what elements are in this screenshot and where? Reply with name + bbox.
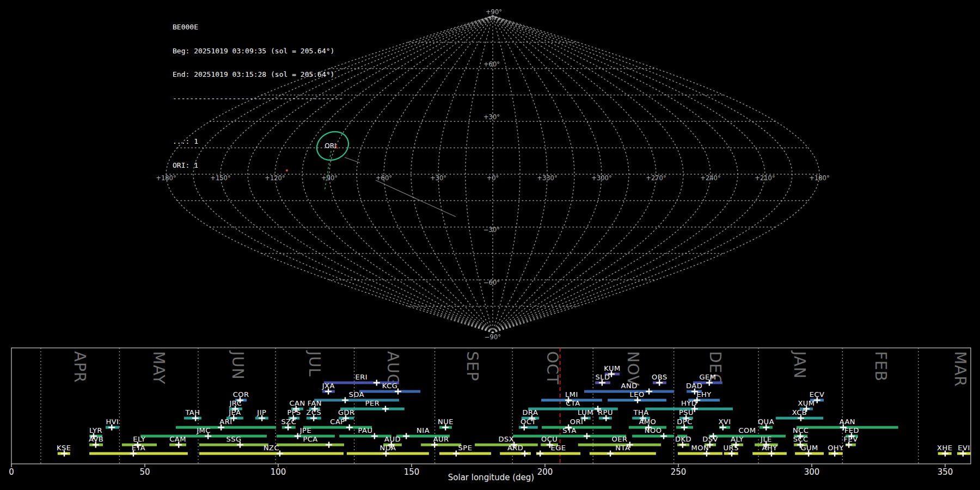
shower-bar-mon <box>678 452 722 455</box>
month-label-sep: SEP <box>463 351 481 381</box>
shower-label-urs: URS <box>724 444 739 452</box>
shower-bar-ari <box>176 426 276 429</box>
latitude-label: +60° <box>483 60 500 68</box>
shower-label-dkd: DKD <box>675 435 691 443</box>
count-ori: ORI: 1 <box>173 162 343 170</box>
longitude-label: +270° <box>646 174 666 182</box>
shower-label-ori: ORI <box>570 418 584 426</box>
latitude-label: +30° <box>483 113 500 121</box>
shower-label-ohy: OHY <box>828 444 843 452</box>
shower-bar-ssg <box>199 444 268 446</box>
latitude-label: −30° <box>483 226 500 234</box>
longitude-label: +0° <box>487 174 499 182</box>
longitude-label: +300° <box>591 174 611 182</box>
sky-and-timeline-plot: +90°−90°+60°+30°−30°−60°+180°+150°+120°+… <box>0 0 980 490</box>
x-axis-title: Solar longitude (deg) <box>448 473 534 482</box>
latitude-label: −60° <box>483 279 500 286</box>
shower-label-nia: NIA <box>416 426 430 434</box>
station-code: BE000E <box>173 23 343 32</box>
month-label-jan: JAN <box>791 350 808 379</box>
shower-bar-aur <box>421 444 461 446</box>
month-label-apr: APR <box>71 351 89 383</box>
shower-label-gem: GEM <box>699 373 716 381</box>
shower-label-tha: THA <box>633 408 649 416</box>
longitude-label: +330° <box>537 174 557 182</box>
x-tick-label: 0 <box>9 467 14 477</box>
info-separator: ---------------------------------------- <box>173 95 343 103</box>
shower-label-dra: DRA <box>523 408 538 416</box>
shower-label-kum: KUM <box>604 364 620 372</box>
shower-label-pps: PPS <box>287 408 301 416</box>
shower-label-nda: NDA <box>379 444 396 452</box>
shower-label-hvi: HVI <box>106 418 119 426</box>
session-info-block: BE000E Beg: 20251019 03:09:35 (sol = 205… <box>173 8 343 185</box>
month-label-jul: JUL <box>305 350 323 377</box>
shower-label-xvi: XVI <box>718 418 731 426</box>
shower-label-eri: ERI <box>356 373 368 381</box>
shower-label-dsx: DSX <box>499 435 514 443</box>
meridian-line <box>493 16 656 333</box>
count-sporadic: ...: 1 <box>173 138 343 146</box>
shower-bar-sta <box>513 435 626 438</box>
x-tick-label: 50 <box>139 467 150 477</box>
x-tick-label: 200 <box>537 467 553 477</box>
shower-bar-ori <box>542 426 611 429</box>
shower-label-per: PER <box>365 399 380 407</box>
shower-bar-com <box>709 435 786 438</box>
shower-label-com: COM <box>738 426 756 434</box>
shower-label-szc: SZC <box>281 418 296 426</box>
shower-label-aud: AUD <box>384 435 401 443</box>
shower-label-gdr: GDR <box>338 408 355 416</box>
month-label-aug: AUG <box>384 351 402 386</box>
shower-label-cta: CTA <box>566 399 580 407</box>
longitude-label: +180° <box>809 174 829 182</box>
shower-bar-nzc <box>199 452 344 455</box>
shower-label-pau: PAU <box>358 426 373 434</box>
shower-label-sld: SLD <box>596 373 610 381</box>
shower-label-pca: PCA <box>303 435 317 443</box>
shower-label-jea: JEA <box>228 408 241 416</box>
shower-label-kcg: KCG <box>382 382 397 390</box>
shower-label-can: CAN <box>289 399 305 407</box>
shower-label-aur: AUR <box>433 435 449 443</box>
x-tick-label: 350 <box>938 467 953 477</box>
longitude-label: +210° <box>755 174 775 182</box>
session-end: End: 20251019 03:15:28 (sol = 205.64°) <box>173 71 343 79</box>
x-tick-label: 250 <box>671 467 687 477</box>
shower-label-cam: CAM <box>169 435 186 443</box>
month-label-feb: FEB <box>872 351 890 382</box>
shower-label-nzc: NZC <box>264 444 279 452</box>
shower-label-sta: STA <box>562 426 577 434</box>
shower-label-lum: LUM <box>578 408 593 416</box>
pole-label-north: +90° <box>486 8 502 16</box>
shower-label-ehy: EHY <box>696 390 711 399</box>
month-label-jun: JUN <box>229 350 247 380</box>
shower-bar-nta <box>590 452 656 455</box>
shower-label-cor: COR <box>233 390 249 399</box>
shower-label-jpe: JPE <box>299 426 311 434</box>
shower-label-tah: TAH <box>185 408 200 416</box>
x-tick-label: 150 <box>404 467 420 477</box>
shower-label-gum: GUM <box>800 444 818 452</box>
month-label-oct: OCT <box>543 351 561 385</box>
shower-bar-pau <box>339 435 391 438</box>
shower-label-nta: NTA <box>615 444 630 452</box>
shower-label-ard: ARD <box>507 444 523 452</box>
shower-bar-eta <box>89 452 188 455</box>
shower-activity-bars: KUMERISLDOBSGEMJXAKCGANDDADCORSDALMILEOE… <box>57 364 971 457</box>
shower-label-aan: AAN <box>840 418 855 426</box>
shower-label-and: AND <box>621 382 638 390</box>
shower-bar-pca <box>277 444 344 446</box>
shower-label-cap: CAP <box>330 418 345 426</box>
shower-bar-dsx <box>475 444 538 446</box>
month-label-mar: MAR <box>951 351 969 387</box>
month-label-may: MAY <box>150 351 168 384</box>
info-gap <box>173 118 343 122</box>
shower-bar-noo <box>632 435 674 438</box>
longitude-label: +60° <box>376 174 392 182</box>
pole-label-south: −90° <box>485 333 501 341</box>
shower-label-noo: NOO <box>645 426 662 434</box>
shower-label-lmi: LMI <box>565 390 578 399</box>
shower-label-lyr: LYR <box>89 426 102 434</box>
shower-label-evi: EVI <box>958 444 970 452</box>
